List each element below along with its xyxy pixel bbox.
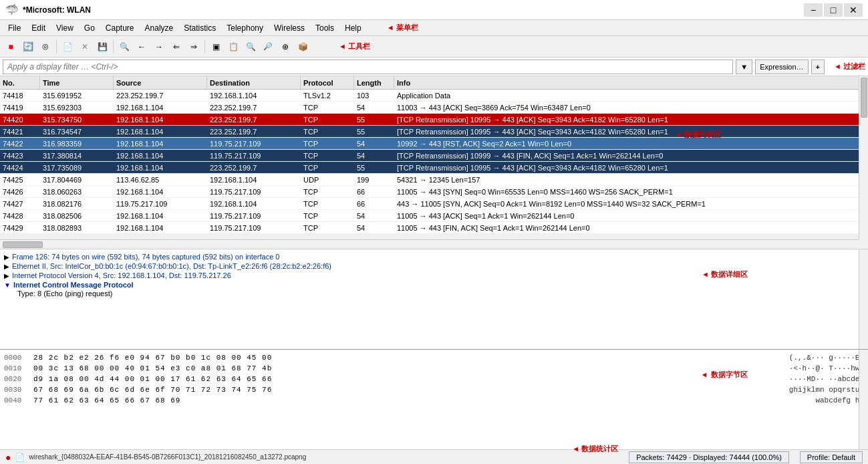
menu-wireless[interactable]: Wireless bbox=[269, 21, 310, 35]
hex-bytes-0: 28 2c b2 e2 26 f6 e0 94 67 b0 b0 1c 08 0… bbox=[33, 354, 776, 362]
statusbar: ● 📄 wireshark_{0488032A-EEAF-41B4-B545-0… bbox=[0, 449, 868, 464]
menubar: File Edit View Go Capture Analyze Statis… bbox=[0, 20, 868, 36]
datastat-annotation: ◄ 数据统计区 bbox=[572, 444, 618, 454]
v-scrollbar-packets[interactable] bbox=[859, 76, 868, 239]
hex-ascii-1: ·<·h··@· T····hwK bbox=[789, 364, 864, 372]
toolbar-separator-2 bbox=[113, 40, 114, 53]
last-button[interactable]: ⇒ bbox=[186, 39, 202, 55]
profile-info: Profile: Default bbox=[800, 451, 863, 463]
table-row[interactable]: 74420315.734750192.168.1.104223.252.199.… bbox=[0, 114, 868, 126]
colorize-button[interactable]: ▣ bbox=[208, 39, 224, 55]
detail-frame-text: Frame 126: 74 bytes on wire (592 bits), … bbox=[12, 253, 280, 261]
menu-edit[interactable]: Edit bbox=[26, 21, 51, 35]
forward-button[interactable]: → bbox=[151, 39, 167, 55]
table-row[interactable]: 74423317.380814192.168.1.104119.75.217.1… bbox=[0, 150, 868, 162]
table-row[interactable]: 74426318.060263192.168.1.104119.75.217.1… bbox=[0, 186, 868, 198]
hex-offset-3: 0030 bbox=[4, 386, 28, 394]
toolbar-annotation: 工具栏 bbox=[348, 42, 370, 50]
status-icon-file: 📄 bbox=[15, 453, 25, 462]
first-button[interactable]: ⇐ bbox=[168, 39, 184, 55]
menubar-annotation: 菜单栏 bbox=[396, 23, 418, 31]
col-protocol[interactable]: Protocol bbox=[301, 76, 354, 89]
menu-help[interactable]: Help bbox=[339, 21, 367, 35]
menu-capture[interactable]: Capture bbox=[100, 21, 140, 35]
minimize-button[interactable]: − bbox=[804, 3, 823, 17]
detail-icmp-text: Internet Control Message Protocol bbox=[13, 281, 134, 289]
h-scrollbar[interactable] bbox=[0, 239, 859, 249]
filter-dropdown-button[interactable]: ▼ bbox=[736, 60, 752, 74]
table-row[interactable]: 74422316.983359192.168.1.104119.75.217.1… bbox=[0, 138, 868, 150]
zoom-out-button[interactable]: 🔎 bbox=[260, 39, 276, 55]
titlebar-left: 🦈 *Microsoft: WLAN bbox=[5, 3, 91, 16]
detail-section: ▶ Frame 126: 74 bytes on wire (592 bits)… bbox=[0, 249, 868, 350]
table-row[interactable]: 74421316.734547192.168.1.104223.252.199.… bbox=[0, 126, 868, 138]
menu-telephony[interactable]: Telephony bbox=[221, 21, 269, 35]
close-button[interactable]: ✕ bbox=[844, 3, 863, 17]
wireshark-icon: 🦈 bbox=[5, 3, 19, 16]
autoscroll-button[interactable]: 📋 bbox=[225, 39, 241, 55]
hex-bytes-3: 67 68 69 6a 6b 6c 6d 6e 6f 70 71 72 73 7… bbox=[33, 386, 776, 394]
zoom-reset-button[interactable]: ⊕ bbox=[277, 39, 293, 55]
col-info[interactable]: Info bbox=[394, 76, 868, 89]
menu-view[interactable]: View bbox=[51, 21, 79, 35]
v-scrollbar-hex[interactable] bbox=[859, 350, 868, 449]
detail-item-ip[interactable]: ▶ Internet Protocol Version 4, Src: 192.… bbox=[4, 271, 864, 280]
save-button[interactable]: 💾 bbox=[94, 39, 110, 55]
hex-offset-0: 0000 bbox=[4, 354, 28, 362]
menu-analyze[interactable]: Analyze bbox=[140, 21, 179, 35]
detail-icmp-sub: Type: 8 (Echo (ping) request) bbox=[4, 289, 864, 298]
detail-item-frame[interactable]: ▶ Frame 126: 74 bytes on wire (592 bits)… bbox=[4, 252, 864, 261]
menu-tools[interactable]: Tools bbox=[310, 21, 339, 35]
menu-file[interactable]: File bbox=[3, 21, 26, 35]
col-source[interactable]: Source bbox=[114, 76, 207, 89]
statusbar-left: ● 📄 wireshark_{0488032A-EEAF-41B4-B545-0… bbox=[5, 452, 306, 463]
table-row[interactable]: 74427318.082176119.75.217.109192.168.1.1… bbox=[0, 198, 868, 210]
hex-ascii-4: wabcdefg hi bbox=[815, 396, 864, 404]
stop-button[interactable]: ■ bbox=[3, 39, 19, 55]
table-row[interactable]: 74429318.082893192.168.1.104119.75.217.1… bbox=[0, 222, 868, 234]
maximize-button[interactable]: □ bbox=[824, 3, 843, 17]
col-no[interactable]: No. bbox=[0, 76, 40, 89]
options-button[interactable]: ◎ bbox=[37, 39, 53, 55]
table-row[interactable]: 74424317.735089192.168.1.104223.252.199.… bbox=[0, 162, 868, 174]
menu-go[interactable]: Go bbox=[79, 21, 100, 35]
table-row[interactable]: 74425317.804469113.46.62.85192.168.1.104… bbox=[0, 174, 868, 186]
toolbar-separator-1 bbox=[56, 40, 57, 53]
back-button[interactable]: ← bbox=[134, 39, 150, 55]
detail-ip-text: Internet Protocol Version 4, Src: 192.16… bbox=[12, 271, 231, 279]
status-filename: wireshark_{0488032A-EEAF-41B4-B545-0B726… bbox=[29, 453, 306, 461]
statusbar-right: ◄ 数据统计区 Packets: 74429 · Displayed: 7444… bbox=[572, 451, 863, 463]
packets-count: Packets: 74429 · Displayed: 74444 (100.0… bbox=[636, 453, 782, 461]
hex-offset-2: 0020 bbox=[4, 375, 28, 383]
hex-bytes-1: 00 3c 13 68 00 00 40 01 54 e3 c0 a8 01 6… bbox=[33, 364, 776, 372]
hex-section: 0000 28 2c b2 e2 26 f6 e0 94 67 b0 b0 1c… bbox=[0, 350, 868, 449]
h-scroll-thumb[interactable] bbox=[3, 241, 43, 248]
v-scrollbar-detail[interactable] bbox=[859, 249, 868, 349]
v-scroll-thumb-packets[interactable] bbox=[861, 78, 867, 118]
detail-icmp-type: Type: 8 (Echo (ping) request) bbox=[17, 289, 112, 298]
col-length[interactable]: Length bbox=[354, 76, 394, 89]
hex-bytes-4: 77 61 62 63 64 65 66 67 68 69 bbox=[33, 396, 802, 404]
add-filter-button[interactable]: + bbox=[811, 60, 825, 74]
menu-statistics[interactable]: Statistics bbox=[178, 21, 221, 35]
titlebar-controls: − □ ✕ bbox=[804, 3, 863, 17]
hex-ascii-3: ghijklmn opqrstuv bbox=[789, 386, 864, 394]
restart-button[interactable]: 🔄 bbox=[20, 39, 36, 55]
table-row[interactable]: 74419315.692303192.168.1.104223.252.199.… bbox=[0, 102, 868, 114]
zoom-in-button[interactable]: 🔍 bbox=[243, 39, 259, 55]
resize-columns-button[interactable]: 📦 bbox=[295, 39, 311, 55]
detail-item-ethernet[interactable]: ▶ Ethernet II, Src: IntelCor_b0:b0:1c (e… bbox=[4, 261, 864, 271]
col-time[interactable]: Time bbox=[40, 76, 114, 89]
close-capture-button[interactable]: ✕ bbox=[77, 39, 93, 55]
table-row[interactable]: 74418315.691952223.252.199.7192.168.1.10… bbox=[0, 90, 868, 102]
open-button[interactable]: 📄 bbox=[59, 39, 76, 55]
packet-list-header: No. Time Source Destination Protocol Len… bbox=[0, 76, 868, 90]
expression-button[interactable]: Expression… bbox=[755, 60, 808, 74]
filterbar: ▼ Expression… + ◄ 过滤栏 bbox=[0, 57, 868, 76]
table-row[interactable]: 74428318.082506192.168.1.104119.75.217.1… bbox=[0, 210, 868, 222]
detail-item-icmp[interactable]: ▼ Internet Control Message Protocol bbox=[4, 280, 864, 289]
col-destination[interactable]: Destination bbox=[207, 76, 301, 89]
find-button[interactable]: 🔍 bbox=[116, 39, 132, 55]
expand-arrow-icmp: ▼ bbox=[4, 281, 11, 289]
filter-input[interactable] bbox=[3, 60, 733, 74]
